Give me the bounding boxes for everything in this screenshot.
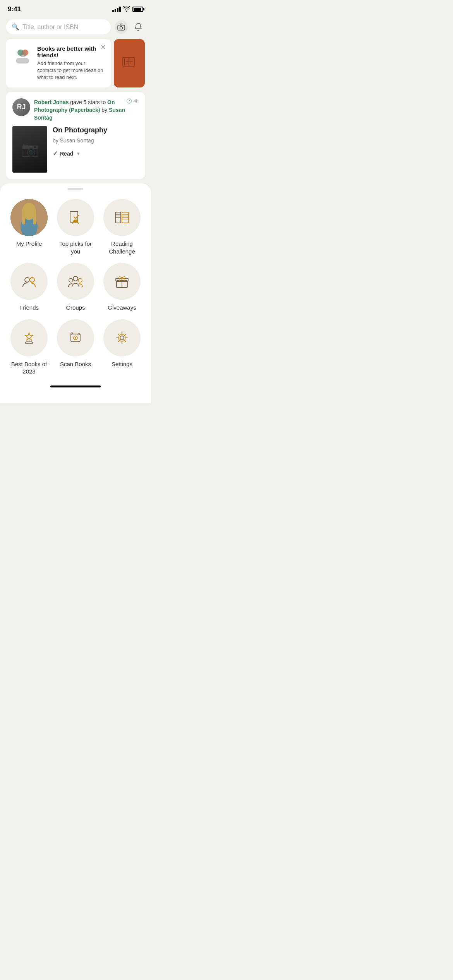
giveaways-icon-circle xyxy=(103,263,141,300)
activity-card: RJ Robert Jonas gave 5 stars to On Photo… xyxy=(6,92,145,179)
menu-item-settings[interactable]: Settings xyxy=(101,319,143,375)
chevron-down-icon[interactable]: ▾ xyxy=(77,151,79,156)
activity-header: RJ Robert Jonas gave 5 stars to On Photo… xyxy=(12,98,139,122)
menu-label-my-profile: My Profile xyxy=(16,240,42,248)
menu-item-reading-challenge[interactable]: Reading Challenge xyxy=(101,199,143,255)
battery-icon xyxy=(132,7,143,12)
menu-item-my-profile[interactable]: My Profile xyxy=(8,199,50,255)
svg-point-31 xyxy=(73,276,78,281)
reading-challenge-icon-circle xyxy=(103,199,141,236)
friends-banner-icon xyxy=(12,45,33,65)
status-time: 9:41 xyxy=(8,5,21,13)
menu-label-best-books: Best Books of 2023 xyxy=(8,360,50,375)
search-bar[interactable]: 🔍 Title, author or ISBN xyxy=(6,19,111,34)
menu-label-friends: Friends xyxy=(19,304,39,312)
book-author: by Susan Sontag xyxy=(53,137,139,144)
book-title[interactable]: On Photography xyxy=(53,126,139,134)
banner-text: Books are better with friends! Add frien… xyxy=(37,45,105,81)
menu-label-giveaways: Giveaways xyxy=(108,304,136,312)
activity-username[interactable]: Robert Jonas xyxy=(34,99,69,105)
avatar-image: RJ xyxy=(12,98,30,116)
bottom-sheet: My Profile Top picks for you xyxy=(0,183,151,403)
banner-right-icon xyxy=(122,56,137,70)
friends-banner-card: Books are better with friends! Add frien… xyxy=(6,39,111,87)
book-status[interactable]: ✓ Read ▾ xyxy=(53,150,139,157)
camera-button[interactable] xyxy=(115,21,128,34)
status-icons xyxy=(112,6,143,13)
status-label: Read xyxy=(60,151,73,157)
menu-item-scan-books[interactable]: Scan Books xyxy=(54,319,97,375)
svg-rect-5 xyxy=(16,58,29,63)
signal-icon xyxy=(112,7,121,12)
menu-item-top-picks[interactable]: Top picks for you xyxy=(54,199,97,255)
svg-point-44 xyxy=(75,337,76,339)
search-bar-container: 🔍 Title, author or ISBN xyxy=(0,16,151,39)
svg-point-32 xyxy=(69,278,73,282)
menu-label-settings: Settings xyxy=(112,360,132,368)
svg-point-33 xyxy=(78,278,82,282)
svg-point-37 xyxy=(121,278,123,279)
home-indicator xyxy=(50,385,101,387)
svg-rect-40 xyxy=(26,342,33,344)
menu-label-scan-books: Scan Books xyxy=(60,360,91,368)
svg-point-29 xyxy=(25,278,29,282)
banner-title: Books are better with friends! xyxy=(37,45,105,58)
book-cover[interactable]: 📷 xyxy=(12,126,47,173)
activity-user: RJ Robert Jonas gave 5 stars to On Photo… xyxy=(12,98,126,122)
sheet-handle xyxy=(68,188,83,190)
menu-label-top-picks: Top picks for you xyxy=(54,240,97,255)
banner-close-button[interactable]: ✕ xyxy=(100,43,106,51)
svg-point-46 xyxy=(118,334,125,341)
banner-section: Books are better with friends! Add frien… xyxy=(0,39,151,92)
top-picks-icon-circle xyxy=(57,199,94,236)
settings-icon-circle xyxy=(103,319,141,356)
book-info: On Photography by Susan Sontag ✓ Read ▾ xyxy=(53,126,139,157)
menu-item-groups[interactable]: Groups xyxy=(54,263,97,312)
my-profile-icon-circle xyxy=(10,199,48,236)
wifi-icon xyxy=(123,6,130,13)
book-detail: 📷 On Photography by Susan Sontag ✓ Read … xyxy=(12,126,139,173)
svg-point-1 xyxy=(120,26,123,29)
svg-rect-15 xyxy=(22,213,25,224)
avatar: RJ xyxy=(12,98,30,116)
groups-icon-circle xyxy=(57,263,94,300)
friends-icon-circle xyxy=(10,263,48,300)
best-books-icon-circle xyxy=(10,319,48,356)
activity-time: 🕐 4h xyxy=(126,98,139,104)
banner-description: Add friends from your contacts to get mo… xyxy=(37,60,105,81)
clock-icon: 🕐 xyxy=(126,98,132,104)
svg-rect-16 xyxy=(33,213,36,224)
svg-point-4 xyxy=(20,51,26,57)
scan-books-icon-circle xyxy=(57,319,94,356)
book-cover-image: 📷 xyxy=(21,141,39,158)
svg-point-30 xyxy=(30,278,34,282)
activity-text: Robert Jonas gave 5 stars to On Photogra… xyxy=(34,98,126,122)
search-input[interactable]: Title, author or ISBN xyxy=(22,24,105,31)
menu-item-friends[interactable]: Friends xyxy=(8,263,50,312)
status-bar: 9:41 xyxy=(0,0,151,16)
svg-rect-6 xyxy=(123,58,129,66)
check-icon: ✓ xyxy=(53,150,58,157)
menu-item-giveaways[interactable]: Giveaways xyxy=(101,263,143,312)
menu-label-groups: Groups xyxy=(66,304,85,312)
menu-label-reading-challenge: Reading Challenge xyxy=(101,240,143,255)
menu-grid: My Profile Top picks for you xyxy=(0,199,151,379)
banner-right-card[interactable] xyxy=(114,39,145,87)
profile-photo xyxy=(10,199,48,236)
menu-item-best-books[interactable]: Best Books of 2023 xyxy=(8,319,50,375)
search-icon: 🔍 xyxy=(12,23,19,31)
notification-button[interactable] xyxy=(132,21,145,34)
svg-point-45 xyxy=(120,336,124,340)
